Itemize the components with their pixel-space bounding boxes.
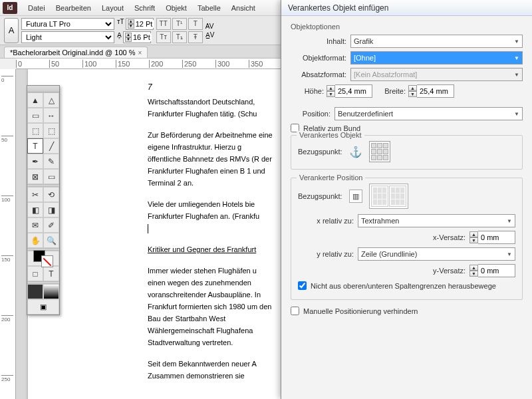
menu-schrift[interactable]: Schrift [129, 4, 160, 12]
objformat-label: Objektformat: [291, 54, 346, 62]
anchored-object-dialog: Verankertes Objekt einfügen Objektoption… [281, 0, 532, 399]
kerning-icon: AV [205, 23, 214, 30]
hoehe-label: Höhe: [291, 87, 324, 95]
menu-layout[interactable]: Layout [96, 4, 129, 12]
gap-tool[interactable]: ↔ [43, 108, 59, 123]
objopts-header: Objektoptionen [291, 23, 523, 31]
view-mode-button[interactable]: ▣ [27, 299, 59, 315]
scissors-tool[interactable]: ✂ [27, 187, 43, 202]
menu-ansicht[interactable]: Ansicht [226, 4, 261, 12]
body-p2: Zur Beförderung der Arbeitnehme eine eig… [148, 129, 273, 189]
pencil-tool[interactable]: ✎ [43, 154, 59, 169]
font-size-field[interactable]: ▲▼ [126, 18, 154, 30]
fill-stroke-swatch[interactable] [27, 251, 59, 266]
body-p3: Viele der umliegenden Hotels bie Frankfu… [148, 198, 273, 234]
line-tool[interactable]: ╱ [43, 138, 59, 154]
tools-palette[interactable]: ▲ △ ▭ ↔ ⬚ ⬚ T ╱ ✒ ✎ ⊠ ▭ ✂ ⟲ ◧ ◨ ✉ ✐ ✋ 🔍 … [27, 85, 60, 315]
position-select[interactable]: Benutzerdefiniert▼ [334, 107, 523, 120]
format-text-button[interactable]: T [43, 266, 59, 281]
tab-close-icon[interactable]: × [138, 49, 142, 57]
menu-tabelle[interactable]: Tabelle [192, 4, 226, 12]
xversatz-field[interactable]: ▲▼ [469, 231, 515, 244]
absformat-label: Absatzformat: [291, 70, 346, 78]
menu-datei[interactable]: Datei [23, 4, 51, 12]
format-container-button[interactable]: □ [27, 266, 43, 281]
breite-field[interactable]: ▲▼ [408, 84, 454, 98]
font-family-select[interactable]: Futura LT Pro [21, 18, 114, 30]
subscript-button[interactable]: T₁ [172, 31, 187, 43]
char-para-toggle[interactable]: A [4, 18, 19, 43]
inhalt-label: Inhalt: [291, 37, 346, 45]
note-tool[interactable]: ✉ [27, 217, 43, 233]
hand-tool[interactable]: ✋ [27, 233, 43, 248]
body-p1: Wirtschaftsstandort Deutschland, Frankfu… [148, 96, 273, 120]
page-tool[interactable]: ▭ [27, 108, 43, 123]
superscript-button[interactable]: T¹ [172, 18, 187, 30]
yversatz-label: y-Versatz: [433, 267, 466, 275]
content-placer-tool[interactable]: ⬚ [43, 123, 59, 138]
text-cursor [148, 224, 148, 233]
page[interactable]: 7 Wirtschaftsstandort Deutschland, Frank… [28, 69, 281, 399]
reference-point-picker[interactable] [369, 141, 390, 162]
bezugspunkt2-label: Bezugspunkt: [298, 192, 342, 200]
underline-button[interactable]: T [188, 18, 203, 30]
content-collector-tool[interactable]: ⬚ [27, 123, 43, 138]
strike-button[interactable]: Ŧ [188, 31, 203, 43]
nospalt-checkbox[interactable] [298, 281, 307, 290]
leading-icon: A͇ [117, 31, 122, 43]
tracking-icon: A̲V [205, 31, 215, 39]
anchor-icon: ⚓ [349, 146, 362, 158]
manpos-checkbox[interactable] [291, 307, 299, 315]
dialog-titlebar[interactable]: Verankertes Objekt einfügen [281, 0, 532, 16]
leading-field[interactable]: ▲▼ [123, 31, 151, 43]
page-reference-picker[interactable] [369, 184, 408, 209]
hoehe-field[interactable]: ▲▼ [327, 84, 372, 98]
font-size-icon: тT [117, 18, 124, 30]
app-logo: Id [3, 2, 17, 14]
xrel-select[interactable]: Textrahmen▼ [358, 214, 515, 227]
manpos-label: Manuelle Positionierung verhindern [303, 307, 418, 315]
yrel-label: y relativ zu: [298, 250, 354, 258]
verankertes-objekt-group: Verankertes Objekt Bezugspunkt: ⚓ [291, 135, 523, 170]
type-tool[interactable]: T [27, 138, 43, 154]
tab-label: *Bachelorarbeit Original.indd @ 100 % [10, 49, 136, 57]
body-p5: Seit dem Bekanntwerden neuer A Zusammen … [148, 358, 273, 382]
verankerte-position-group: Verankerte Position Bezugspunkt: ▥ x rel… [291, 178, 523, 300]
nospalt-label: Nicht aus oberen/unteren Spaltengrenzen … [311, 282, 496, 290]
apply-color-button[interactable] [27, 284, 43, 299]
eyedropper-tool[interactable]: ✐ [43, 217, 59, 233]
text-frame[interactable]: Wirtschaftsstandort Deutschland, Frankfu… [148, 96, 273, 391]
body-heading: Kritiker und Gegner des Frankfurt [148, 243, 273, 255]
smallcaps-button[interactable]: Tт [156, 31, 171, 43]
absformat-select[interactable]: [Kein Absatzformat]▼ [350, 68, 523, 81]
apply-gradient-button[interactable] [43, 284, 59, 299]
gradient-swatch-tool[interactable]: ◧ [27, 202, 43, 217]
direct-select-tool[interactable]: △ [43, 92, 59, 108]
font-weight-select[interactable]: Light [21, 31, 114, 43]
bezugspunkt-label: Bezugspunkt: [298, 148, 342, 156]
body-p4: Immer wieder stehen Flughäfen u einen we… [148, 265, 273, 348]
inhalt-select[interactable]: Grafik▼ [350, 35, 523, 48]
objformat-select[interactable]: [Ohne]▼ [350, 51, 523, 65]
xversatz-label: x-Versatz: [433, 233, 466, 241]
allcaps-button[interactable]: TT [156, 18, 171, 30]
selection-tool[interactable]: ▲ [27, 92, 43, 108]
zoom-tool[interactable]: 🔍 [43, 233, 59, 248]
menu-bearbeiten[interactable]: Bearbeiten [51, 4, 96, 12]
rect-frame-tool[interactable]: ⊠ [27, 169, 43, 184]
breite-label: Breite: [375, 87, 406, 95]
yrel-select[interactable]: Zeile (Grundlinie)▼ [358, 247, 515, 261]
position-label: Position: [291, 110, 331, 118]
document-tab[interactable]: *Bachelorarbeit Original.indd @ 100 % × [4, 47, 148, 58]
column-ref-icon[interactable]: ▥ [349, 190, 362, 203]
page-number: 7 [148, 82, 152, 92]
xrel-label: x relativ zu: [298, 217, 354, 225]
menu-objekt[interactable]: Objekt [160, 4, 192, 12]
pen-tool[interactable]: ✒ [27, 154, 43, 169]
palette-grip[interactable] [27, 86, 59, 92]
yversatz-field[interactable]: ▲▼ [469, 264, 515, 277]
vertical-ruler: 0 50 100 150 200 250 [0, 69, 16, 399]
rect-tool[interactable]: ▭ [43, 169, 59, 184]
transform-tool[interactable]: ⟲ [43, 187, 59, 202]
gradient-feather-tool[interactable]: ◨ [43, 202, 59, 217]
